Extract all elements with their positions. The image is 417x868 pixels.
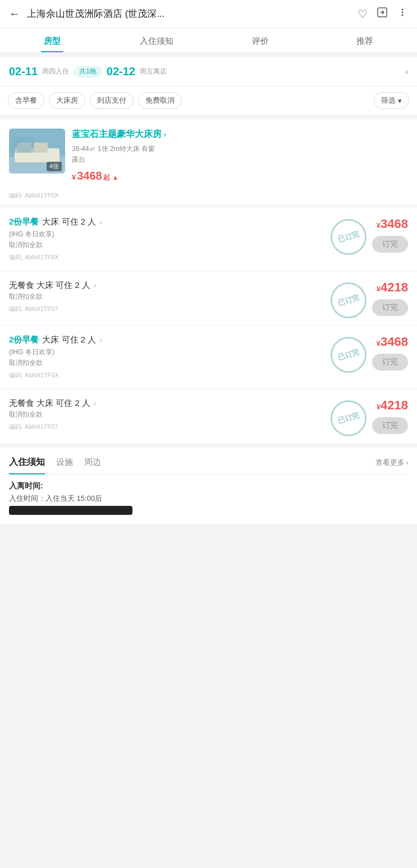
redacted-bar bbox=[9, 506, 132, 515]
option-code-2: 编码: AbN41TF07 bbox=[9, 305, 358, 313]
filter-pay-on-arrival[interactable]: 到店支付 bbox=[90, 92, 134, 109]
date-bar[interactable]: 02-11 周四入住 共1晚 02-12 周五离店 › bbox=[0, 57, 417, 86]
more-icon[interactable] bbox=[397, 7, 408, 21]
checkin-date: 02-11 bbox=[9, 65, 38, 78]
filter-row: 含早餐 大床房 到店支付 免费取消 筛选 ▾ bbox=[0, 86, 417, 115]
option-card-3: 已订完 2份早餐 大床 可住 2 人 › (IHG 冬日欢享) 取消扣全款 编码… bbox=[0, 326, 417, 389]
page-title: 上海佘山世茂洲际酒店 (世茂深... bbox=[27, 7, 351, 20]
option-card-2: 已订完 无餐食 大床 可住 2 人 › 取消扣全款 编码: AbN41TF07 … bbox=[0, 271, 417, 326]
option-card-4: 已订完 无餐食 大床 可住 2 人 › 取消扣全款 编码: AbN41TF07 … bbox=[0, 389, 417, 443]
booked-button-4[interactable]: 订完 bbox=[372, 417, 408, 434]
room-header-card: 4张 蓝宝石主题豪华大床房 › 38-44㎡ 1张 2m特大床 有窗 露台 ¥ … bbox=[0, 120, 417, 191]
room-header-code: 编码: AbN41TF0X bbox=[0, 191, 417, 204]
header-icons: ♡ bbox=[358, 7, 408, 21]
option-right-1: ¥ 3468 订完 bbox=[363, 217, 408, 253]
option-code-1: 编码: AbN41TF0X bbox=[9, 253, 358, 262]
photo-count: 4张 bbox=[47, 162, 62, 171]
bottom-tab-facilities[interactable]: 设施 bbox=[56, 457, 73, 468]
options-section: 已订完 2份早餐 大床 可住 2 人 › (IHG 冬日欢享) 取消扣全款 编码… bbox=[0, 208, 417, 443]
option-cancel-4: 取消扣全款 bbox=[9, 410, 358, 419]
tab-room-type[interactable]: 房型 bbox=[0, 28, 104, 52]
tab-reviews[interactable]: 评价 bbox=[209, 28, 313, 52]
option-title-2: 无餐食 大床 可住 2 人 › bbox=[9, 280, 358, 291]
option-info-1: 2份早餐 大床 可住 2 人 › (IHG 冬日欢享) 取消扣全款 编码: Ab… bbox=[9, 217, 358, 262]
option-arrow-icon-3: › bbox=[99, 336, 102, 344]
option-title-4: 无餐食 大床 可住 2 人 › bbox=[9, 398, 358, 409]
option-arrow-icon-2: › bbox=[94, 282, 96, 290]
option-title-3: 2份早餐 大床 可住 2 人 › bbox=[9, 335, 358, 345]
option-card-1: 已订完 2份早餐 大床 可住 2 人 › (IHG 冬日欢享) 取消扣全款 编码… bbox=[0, 208, 417, 271]
filter-free-cancel[interactable]: 免费取消 bbox=[138, 92, 182, 109]
room-price: ¥ 3468 起 ▲ bbox=[72, 170, 119, 182]
checkout-day: 周五离店 bbox=[140, 67, 167, 76]
option-code-3: 编码: AbN41TF0X bbox=[9, 371, 358, 380]
header: ← 上海佘山世茂洲际酒店 (世茂深... ♡ bbox=[0, 0, 417, 28]
option-right-3: ¥ 3468 订完 bbox=[363, 335, 408, 371]
option-info-3: 2份早餐 大床 可住 2 人 › (IHG 冬日欢享) 取消扣全款 编码: Ab… bbox=[9, 335, 358, 380]
option-price-3: ¥ 3468 bbox=[377, 335, 408, 349]
filter-breakfast[interactable]: 含早餐 bbox=[8, 92, 44, 109]
main-tabs: 房型 入住须知 评价 推荐 bbox=[0, 28, 417, 53]
option-cancel-1: 取消扣全款 bbox=[9, 240, 358, 250]
room-meta: 38-44㎡ 1张 2m特大床 有窗 露台 bbox=[72, 144, 408, 165]
option-price-4: ¥ 4218 bbox=[377, 398, 408, 413]
option-subtitle-3: (IHG 冬日欢享) bbox=[9, 348, 358, 357]
checkout-date: 02-12 bbox=[107, 65, 135, 78]
svg-point-2 bbox=[402, 12, 404, 13]
checkin-day: 周四入住 bbox=[42, 67, 69, 76]
chevron-down-icon: ▾ bbox=[398, 97, 402, 105]
option-title-1: 2份早餐 大床 可住 2 人 › bbox=[9, 217, 358, 227]
check-info: 入离时间: 入住时间：入住当天 15:00后 bbox=[9, 481, 408, 515]
tab-checkin-info[interactable]: 入住须知 bbox=[104, 28, 209, 52]
nights-badge: 共1晚 bbox=[74, 66, 102, 77]
option-cancel-3: 取消扣全款 bbox=[9, 358, 358, 368]
option-right-4: ¥ 4218 订完 bbox=[363, 398, 408, 434]
chevron-right-icon: › bbox=[406, 458, 408, 467]
check-detail: 入住时间：入住当天 15:00后 bbox=[9, 494, 408, 504]
option-info-2: 无餐食 大床 可住 2 人 › 取消扣全款 编码: AbN41TF07 bbox=[9, 280, 358, 313]
share-icon[interactable] bbox=[377, 7, 388, 21]
option-arrow-icon-1: › bbox=[99, 218, 102, 226]
bottom-tab-nearby[interactable]: 周边 bbox=[84, 457, 101, 468]
option-cancel-2: 取消扣全款 bbox=[9, 292, 358, 301]
room-info: 蓝宝石主题豪华大床房 › 38-44㎡ 1张 2m特大床 有窗 露台 ¥ 346… bbox=[72, 129, 408, 182]
option-right-2: ¥ 4218 订完 bbox=[363, 280, 408, 316]
svg-point-3 bbox=[402, 15, 404, 16]
svg-rect-9 bbox=[12, 137, 34, 153]
room-name-arrow-icon: › bbox=[164, 131, 166, 139]
option-subtitle-1: (IHG 冬日欢享) bbox=[9, 230, 358, 239]
svg-point-1 bbox=[402, 9, 404, 11]
room-thumbnail[interactable]: 4张 bbox=[9, 129, 65, 173]
option-price-2: ¥ 4218 bbox=[377, 280, 408, 295]
price-up-icon: ▲ bbox=[112, 173, 119, 181]
check-title: 入离时间: bbox=[9, 481, 408, 491]
booked-button-2[interactable]: 订完 bbox=[372, 299, 408, 316]
booked-button-1[interactable]: 订完 bbox=[372, 236, 408, 253]
view-more-button[interactable]: 查看更多 › bbox=[375, 458, 408, 468]
back-button[interactable]: ← bbox=[9, 7, 20, 20]
filter-big-bed[interactable]: 大床房 bbox=[49, 92, 85, 109]
room-name[interactable]: 蓝宝石主题豪华大床房 › bbox=[72, 129, 408, 140]
bottom-tab-checkin[interactable]: 入住须知 bbox=[9, 456, 45, 468]
option-code-4: 编码: AbN41TF07 bbox=[9, 423, 358, 431]
filter-more-button[interactable]: 筛选 ▾ bbox=[374, 92, 409, 109]
svg-rect-8 bbox=[34, 143, 48, 153]
tab-recommend[interactable]: 推荐 bbox=[313, 28, 417, 52]
bottom-section: 入住须知 设施 周边 查看更多 › 入离时间: 入住时间：入住当天 15:00后 bbox=[0, 447, 417, 524]
option-price-1: ¥ 3468 bbox=[377, 217, 408, 231]
option-info-4: 无餐食 大床 可住 2 人 › 取消扣全款 编码: AbN41TF07 bbox=[9, 398, 358, 431]
bottom-tabs: 入住须知 设施 周边 查看更多 › bbox=[9, 456, 408, 474]
favorite-icon[interactable]: ♡ bbox=[358, 7, 368, 21]
option-arrow-icon-4: › bbox=[94, 400, 96, 408]
date-arrow-icon: › bbox=[405, 67, 408, 77]
booked-button-3[interactable]: 订完 bbox=[372, 354, 408, 371]
